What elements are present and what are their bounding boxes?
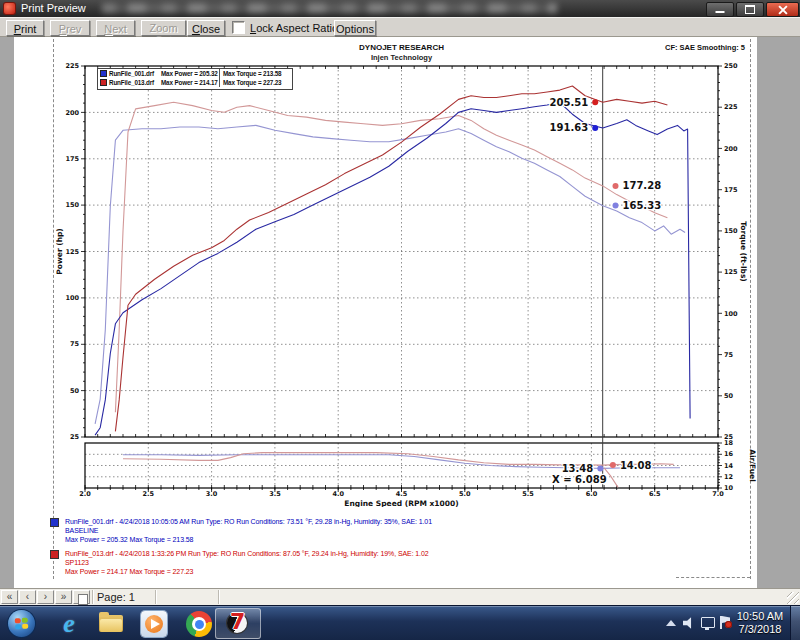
- svg-text:5.0: 5.0: [459, 490, 471, 498]
- legend-file: RunFile_013.drf: [109, 79, 161, 86]
- media-player-icon[interactable]: [141, 611, 167, 637]
- svg-text:Torque (ft-lbs): Torque (ft-lbs): [739, 221, 748, 282]
- print-preview-toolbar: Print Prev Next Zoom Out Close Lock Aspe…: [0, 17, 800, 37]
- taskbar-clock[interactable]: 10:50 AM 7/3/2018: [732, 610, 788, 636]
- run-conditions: RunFile_013.drf - 4/24/2018 1:33:26 PM R…: [65, 549, 730, 558]
- svg-text:100: 100: [724, 310, 738, 318]
- svg-text:177.28: 177.28: [623, 180, 662, 191]
- internet-explorer-icon[interactable]: e: [56, 611, 82, 637]
- run-conditions: RunFile_001.drf - 4/24/2018 10:05:05 AM …: [65, 517, 730, 526]
- legend-max-power: Max Power = 205.32: [161, 70, 219, 77]
- run-label: BASELINE: [65, 526, 730, 535]
- svg-text:Engine Speed (RPM x1000): Engine Speed (RPM x1000): [344, 499, 458, 507]
- close-window-button[interactable]: [766, 2, 799, 17]
- run-max-values: Max Power = 214.17 Max Torque = 227.23: [65, 567, 730, 576]
- network-icon[interactable]: [701, 617, 715, 628]
- previous-page-nav-button[interactable]: ‹: [19, 590, 36, 604]
- svg-text:200: 200: [724, 145, 738, 153]
- run-color-swatch-blue: [50, 518, 59, 527]
- app-icon: [4, 3, 15, 14]
- chrome-icon[interactable]: [186, 611, 212, 637]
- status-separator: [92, 590, 94, 604]
- legend-row: RunFile_013.drf Max Power = 214.17 Max T…: [98, 78, 292, 87]
- svg-text:Power (hp): Power (hp): [55, 228, 64, 275]
- taskbar-active-app-dynojet[interactable]: 7: [215, 608, 261, 639]
- svg-text:X = 6.089: X = 6.089: [552, 474, 607, 485]
- status-separator: [218, 590, 220, 604]
- status-bar: « ‹ › » Page: 1: [0, 588, 800, 605]
- tray-expand-icon[interactable]: [666, 620, 676, 626]
- svg-text:75: 75: [70, 340, 80, 348]
- svg-text:100: 100: [65, 294, 79, 302]
- dynojet-app-icon: 7: [226, 611, 250, 635]
- svg-text:125: 125: [724, 268, 738, 276]
- resize-grip[interactable]: [787, 592, 799, 604]
- report-page: DYNOJET RESEARCH Injen Technology CF: SA…: [14, 37, 757, 588]
- svg-text:14.08: 14.08: [620, 460, 652, 471]
- legend-swatch-red: [100, 79, 107, 86]
- print-button[interactable]: Print: [6, 20, 44, 36]
- minimize-icon: [716, 11, 725, 13]
- page-icon: [78, 594, 88, 605]
- svg-text:6.5: 6.5: [649, 490, 661, 498]
- svg-text:125: 125: [65, 248, 79, 256]
- zoom-out-button[interactable]: Zoom Out: [141, 20, 186, 36]
- show-desktop-button[interactable]: [790, 606, 800, 640]
- svg-text:13.48: 13.48: [562, 463, 594, 474]
- legend-max-torque: Max Torque = 213.58: [219, 69, 292, 78]
- redacted-title-text: [102, 3, 557, 13]
- svg-text:250: 250: [724, 62, 738, 70]
- clock-time: 10:50 AM: [732, 610, 788, 623]
- svg-text:225: 225: [724, 103, 738, 111]
- file-explorer-icon[interactable]: [98, 611, 124, 637]
- svg-text:165.33: 165.33: [623, 200, 662, 211]
- lock-aspect-ratio-checkbox[interactable]: [232, 21, 245, 34]
- action-center-flag-icon[interactable]: [720, 616, 732, 629]
- last-page-button[interactable]: »: [55, 590, 72, 604]
- restore-button[interactable]: [736, 2, 764, 17]
- dyno-chart: 2.02.53.03.54.04.55.05.56.06.57.02252001…: [14, 37, 757, 507]
- first-page-button[interactable]: «: [1, 590, 18, 604]
- next-page-nav-button[interactable]: ›: [37, 590, 54, 604]
- svg-text:4.5: 4.5: [396, 490, 408, 498]
- run-max-values: Max Power = 205.32 Max Torque = 213.58: [65, 535, 730, 544]
- restore-icon: [745, 5, 755, 14]
- window-title: Print Preview: [21, 2, 86, 14]
- run-label: SP1123: [65, 558, 730, 567]
- prev-page-button[interactable]: Prev: [50, 20, 90, 36]
- svg-text:Air/Fuel: Air/Fuel: [748, 449, 757, 482]
- svg-text:175: 175: [65, 155, 79, 163]
- lock-aspect-ratio-label[interactable]: Lock Aspect Ratio: [250, 22, 338, 34]
- options-button[interactable]: Options: [334, 20, 376, 36]
- start-button[interactable]: [8, 610, 35, 637]
- legend-row: RunFile_001.drf Max Power = 205.32 Max T…: [98, 69, 292, 78]
- volume-icon[interactable]: [683, 617, 696, 629]
- svg-text:175: 175: [724, 186, 738, 194]
- svg-text:150: 150: [65, 201, 79, 209]
- svg-text:6.0: 6.0: [586, 490, 598, 498]
- preview-area: DYNOJET RESEARCH Injen Technology CF: SA…: [0, 37, 800, 588]
- svg-text:75: 75: [724, 351, 734, 359]
- svg-text:225: 225: [65, 62, 79, 70]
- svg-text:4.0: 4.0: [332, 490, 344, 498]
- svg-text:191.63: 191.63: [550, 122, 589, 133]
- svg-text:200: 200: [65, 109, 79, 117]
- chart-legend: RunFile_001.drf Max Power = 205.32 Max T…: [97, 68, 293, 90]
- svg-text:3.0: 3.0: [206, 490, 218, 498]
- taskbar: e 7 10:50 AM 7/3/2018: [0, 605, 800, 640]
- svg-text:18: 18: [724, 439, 734, 447]
- page-select-button[interactable]: [73, 590, 90, 604]
- clock-date: 7/3/2018: [732, 623, 788, 636]
- svg-text:205.51: 205.51: [550, 97, 589, 108]
- svg-text:16: 16: [724, 450, 734, 458]
- svg-text:2.5: 2.5: [143, 490, 155, 498]
- bottom-margin-guide: [676, 577, 750, 578]
- legend-file: RunFile_001.drf: [109, 70, 161, 77]
- next-page-button[interactable]: Next: [96, 20, 135, 36]
- minimize-button[interactable]: [706, 2, 734, 17]
- windows-flag-icon: [15, 618, 29, 630]
- run-info-baseline: RunFile_001.drf - 4/24/2018 10:05:05 AM …: [50, 517, 730, 544]
- page-number-label: Page: 1: [97, 591, 135, 603]
- close-preview-button[interactable]: Close: [187, 20, 225, 36]
- svg-text:50: 50: [724, 392, 734, 400]
